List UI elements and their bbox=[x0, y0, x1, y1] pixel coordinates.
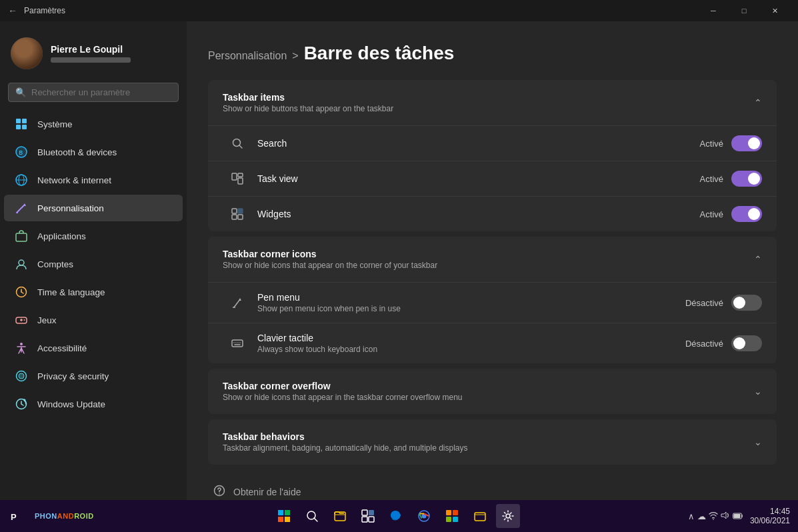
taskbar-right: ∧ ☁ 14:45 30/06/2021 bbox=[688, 507, 790, 525]
widgets-toggle-knob bbox=[748, 208, 760, 220]
start-button[interactable] bbox=[272, 504, 296, 528]
pen-toggle[interactable] bbox=[731, 295, 762, 311]
list-item: Widgets Activé bbox=[208, 196, 777, 231]
search-input[interactable] bbox=[31, 87, 171, 97]
content-area: Personnalisation > Barre des tâches Task… bbox=[187, 21, 798, 500]
systeme-label: Système bbox=[37, 119, 73, 129]
sidebar-item-bluetooth[interactable]: ʙ Bluetooth & devices bbox=[4, 139, 183, 165]
sidebar-item-jeux[interactable]: Jeux bbox=[4, 307, 183, 333]
weather-icon[interactable]: ☁ bbox=[697, 511, 706, 521]
chrome-button[interactable] bbox=[412, 504, 436, 528]
section-taskbar-items: Taskbar items Show or hide buttons that … bbox=[208, 80, 777, 231]
privacy-icon bbox=[15, 369, 28, 383]
sidebar-item-accessibilite[interactable]: Accessibilité bbox=[4, 335, 183, 361]
user-section: Pierre Le Goupil bbox=[0, 27, 187, 83]
svg-marker-38 bbox=[239, 298, 241, 301]
keyboard-item-icon bbox=[228, 337, 247, 349]
svg-line-17 bbox=[21, 292, 23, 293]
time-display: 14:45 bbox=[750, 507, 790, 516]
bluetooth-label: Bluetooth & devices bbox=[37, 147, 117, 157]
taskbar-search-button[interactable] bbox=[300, 504, 324, 528]
breadcrumb-separator: > bbox=[292, 50, 298, 62]
section-taskbar-items-header[interactable]: Taskbar items Show or hide buttons that … bbox=[208, 80, 777, 125]
maximize-button[interactable]: □ bbox=[729, 0, 759, 21]
widgets-item-status: Activé bbox=[700, 209, 723, 219]
back-button[interactable]: ← bbox=[8, 5, 17, 16]
svg-rect-52 bbox=[278, 517, 283, 522]
section-corner-icons-header[interactable]: Taskbar corner icons Show or hide icons … bbox=[208, 237, 777, 282]
section-corner-icons-subtitle: Show or hide icons that appear on the co… bbox=[223, 261, 437, 270]
sidebar-item-comptes[interactable]: Comptes bbox=[4, 251, 183, 277]
section-corner-overflow-titles: Taskbar corner overflow Show or hide ico… bbox=[223, 381, 463, 402]
taskbar-widgets-button[interactable] bbox=[356, 504, 380, 528]
accessibilite-label: Accessibilité bbox=[37, 343, 87, 353]
battery-icon[interactable] bbox=[733, 511, 743, 521]
edge-button[interactable] bbox=[384, 504, 408, 528]
section-corner-overflow-header[interactable]: Taskbar corner overflow Show or hide ico… bbox=[208, 369, 777, 414]
chevron-tray-icon[interactable]: ∧ bbox=[688, 511, 695, 521]
svg-point-71 bbox=[506, 514, 510, 518]
sidebar-item-time[interactable]: Time & language bbox=[4, 279, 183, 305]
taskbar-icons bbox=[105, 504, 688, 528]
pen-item-label: Pen menu bbox=[257, 292, 685, 303]
widgets-item-icon bbox=[228, 208, 247, 220]
svg-rect-57 bbox=[362, 510, 367, 515]
search-item-status: Activé bbox=[700, 139, 723, 149]
sidebar-item-applications[interactable]: Applications bbox=[4, 223, 183, 249]
svg-point-14 bbox=[19, 260, 24, 265]
bluetooth-icon: ʙ bbox=[15, 145, 28, 159]
wifi-icon[interactable] bbox=[709, 511, 718, 522]
breadcrumb: Personnalisation > Barre des tâches bbox=[208, 43, 777, 64]
section-behaviors: Taskbar behaviors Taskbar alignment, bad… bbox=[208, 419, 777, 465]
svg-marker-73 bbox=[721, 512, 726, 519]
section-behaviors-header[interactable]: Taskbar behaviors Taskbar alignment, bad… bbox=[208, 419, 777, 465]
sidebar-item-privacy[interactable]: Privacy & security bbox=[4, 363, 183, 389]
settings-taskbar-button[interactable] bbox=[496, 504, 520, 528]
svg-rect-1 bbox=[22, 119, 27, 123]
store-button[interactable] bbox=[440, 504, 464, 528]
svg-text:ʙ: ʙ bbox=[19, 148, 23, 156]
svg-rect-50 bbox=[278, 510, 283, 515]
sidebar-item-systeme[interactable]: Système bbox=[4, 111, 183, 137]
section-corner-icons: Taskbar corner icons Show or hide icons … bbox=[208, 237, 777, 363]
update-icon bbox=[15, 397, 28, 411]
search-toggle[interactable] bbox=[731, 135, 762, 151]
minimize-button[interactable]: ─ bbox=[698, 0, 729, 21]
applications-label: Applications bbox=[37, 231, 86, 241]
taskview-item-icon bbox=[228, 173, 247, 185]
personalisation-icon bbox=[15, 201, 28, 215]
svg-rect-75 bbox=[733, 514, 740, 518]
files-button[interactable] bbox=[328, 504, 352, 528]
taskview-toggle[interactable] bbox=[731, 171, 762, 187]
svg-line-55 bbox=[314, 518, 317, 521]
widgets-toggle[interactable] bbox=[731, 206, 762, 222]
footer-links: Obtenir de l'aide Envoyer des commentair… bbox=[208, 478, 777, 500]
volume-icon[interactable] bbox=[721, 511, 730, 522]
explorer-button[interactable] bbox=[468, 504, 492, 528]
sidebar-item-network[interactable]: Network & internet bbox=[4, 167, 183, 193]
list-item: Search Activé bbox=[208, 125, 777, 161]
section-corner-overflow-subtitle: Show or hide icons that appear in the ta… bbox=[223, 393, 463, 402]
taskview-item-right: Activé bbox=[700, 171, 762, 187]
keyboard-item-sublabel: Always show touch keyboard icon bbox=[257, 345, 685, 354]
svg-rect-53 bbox=[285, 517, 290, 522]
svg-rect-59 bbox=[362, 517, 367, 522]
chevron-up-icon-2: ⌃ bbox=[754, 254, 762, 265]
list-item: Pen menu Show pen menu icon when pen is … bbox=[208, 282, 777, 323]
svg-rect-40 bbox=[232, 340, 243, 347]
widgets-label-group: Widgets bbox=[257, 209, 700, 219]
network-icon bbox=[15, 173, 28, 187]
search-toggle-knob bbox=[748, 137, 760, 149]
search-box[interactable]: 🔍 bbox=[8, 83, 179, 102]
sidebar-item-personalisation[interactable]: Personnalisation bbox=[4, 195, 183, 221]
window-controls: ─ □ ✕ bbox=[698, 0, 790, 21]
comptes-label: Comptes bbox=[37, 259, 73, 269]
avatar-image bbox=[11, 37, 43, 69]
close-button[interactable]: ✕ bbox=[759, 0, 790, 21]
time-label: Time & language bbox=[37, 287, 105, 297]
get-help-link[interactable]: Obtenir de l'aide bbox=[211, 478, 774, 500]
svg-rect-30 bbox=[232, 173, 237, 180]
taskview-item-label: Task view bbox=[257, 173, 700, 184]
sidebar-item-update[interactable]: Windows Update bbox=[4, 391, 183, 417]
keyboard-toggle[interactable] bbox=[731, 335, 762, 351]
